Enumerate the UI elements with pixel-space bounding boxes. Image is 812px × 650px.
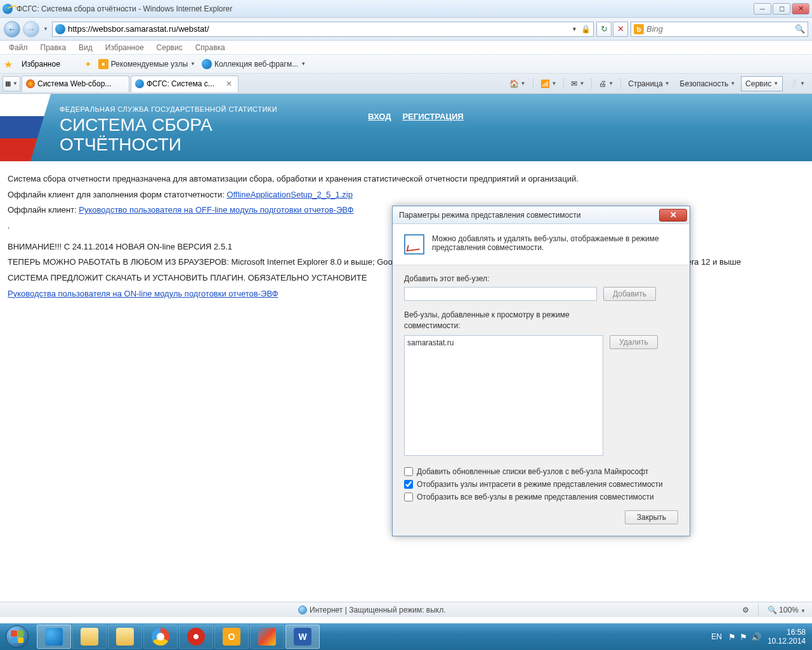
ie-logo-icon [3,4,13,14]
tools-menu[interactable]: Сервис▼ [741,76,783,91]
window-titlebar: ФСГС: Система сбора отчётности - Windows… [0,0,812,18]
lock-icon[interactable]: 🔒 [581,25,591,34]
language-indicator[interactable]: EN [711,632,722,641]
chk-ms-lists[interactable]: Добавить обновленные списки веб-узлов с … [404,467,678,476]
taskbar-chrome[interactable] [143,625,178,649]
delete-site-button[interactable]: Удалить [610,335,658,349]
chk-intranet[interactable]: Отобразить узлы интрасети в режиме предс… [404,480,678,489]
menu-bar: Файл Правка Вид Избранное Сервис Справка [0,41,812,55]
clock[interactable]: 16:58 10.12.2014 [768,628,806,646]
tab2-icon [135,79,144,88]
favorites-label[interactable]: Избранное [22,60,60,69]
refresh-button[interactable]: ↻ [596,22,612,37]
intro-paragraph: Система сбора отчетности предназначена д… [8,171,804,187]
url-text: https://websbor.samarastat.ru/webstat/ [68,24,209,34]
taskbar: O W EN ⚑ ⚑ 🔊 16:58 10.12.2014 [0,623,812,650]
maximize-button[interactable]: ◻ [773,3,790,15]
site-icon [55,24,65,34]
menu-file[interactable]: Файл [4,42,33,53]
page-menu[interactable]: Страница▼ [624,76,674,91]
dialog-title: Параметры режима представления совместим… [399,211,580,220]
quick-tabs-button[interactable]: ▦▼ [3,76,20,91]
system-tray: EN ⚑ ⚑ 🔊 16:58 10.12.2014 [711,628,812,646]
taskbar-explorer[interactable] [72,625,107,649]
taskbar-opera[interactable] [179,625,213,649]
tab-1[interactable]: Система Web-сбор... [22,76,129,92]
forward-button[interactable]: → [23,21,39,37]
safety-menu[interactable]: Безопасность▼ [676,76,740,91]
add-favorite-icon[interactable]: ✦ [84,59,92,69]
offline-setup-link[interactable]: OfflineApplicationSetup_2_5_1.zip [226,190,353,199]
taskbar-outlook[interactable]: O [214,625,249,649]
menu-tools[interactable]: Сервис [152,42,188,53]
search-box[interactable]: b 🔍 [631,22,808,37]
register-link[interactable]: РЕГИСТРАЦИЯ [402,112,463,121]
login-link[interactable]: ВХОД [368,112,391,121]
add-site-input[interactable] [404,287,597,301]
compat-view-dialog: Параметры режима представления совместим… [392,206,690,536]
minimize-button[interactable]: ─ [754,3,771,15]
chk-all-sites[interactable]: Отобразить все веб-узлы в режиме предста… [404,493,678,501]
compat-icon [404,234,424,255]
tab1-icon [26,79,35,88]
menu-edit[interactable]: Правка [36,42,72,53]
tray-flag-icon[interactable]: ⚑ [728,632,736,642]
tray-action-icon[interactable]: ⚑ [740,632,747,642]
list-label: Веб-узлы, добавленные к просмотру в режи… [404,310,594,331]
close-window-button[interactable]: ✕ [792,3,809,15]
recommended-sites-link[interactable]: ● Рекомендуемые узлы ▼ [98,59,195,69]
tabs-row: ▦▼ Система Web-сбор... ФСГС: Система с..… [0,74,812,94]
tab-close-button[interactable]: ✕ [224,79,234,88]
recommended-icon: ● [98,59,108,69]
dialog-close-button[interactable]: ✕ [659,209,687,222]
offline-manual-link[interactable]: Руководство пользователя на OFF-line мод… [79,205,353,215]
stop-button[interactable]: ✕ [613,22,628,37]
protected-mode-icon[interactable]: ⚙ [742,606,749,614]
taskbar-word[interactable]: W [285,625,320,649]
tab-2[interactable]: ФСГС: Система с... ✕ [131,76,239,92]
dialog-titlebar[interactable]: Параметры режима представления совместим… [393,206,690,224]
help-button[interactable]: ❔▼ [784,76,809,91]
print-button[interactable]: 🖨▼ [594,76,618,91]
web-slices-link[interactable]: Коллекция веб-фрагм... ▼ [202,59,306,69]
taskbar-folder[interactable] [108,625,142,649]
menu-view[interactable]: Вид [74,42,98,53]
status-text: Интернет | Защищенный режим: выкл. [310,606,446,614]
history-dropdown[interactable]: ▼ [42,23,49,36]
taskbar-paint[interactable] [250,625,284,649]
address-dropdown[interactable]: ▼ [572,26,577,32]
menu-help[interactable]: Справка [190,42,230,53]
search-input[interactable] [646,24,792,34]
favorites-star-icon[interactable]: ★ [4,58,15,70]
list-item[interactable]: samarastat.ru [407,338,600,347]
back-button[interactable]: ← [4,21,20,37]
sites-listbox[interactable]: samarastat.ru [404,335,603,456]
feeds-button[interactable]: 📶▼ [536,76,561,91]
window-title: ФСГС: Система сбора отчётности - Windows… [16,4,232,13]
online-manual-link[interactable]: Руководства пользователя на ON-line моду… [8,289,278,298]
dialog-info: Можно добавлять и удалять веб-узлы, отоб… [393,224,690,265]
search-button[interactable]: 🔍 [795,24,805,34]
tray-speaker-icon[interactable]: 🔊 [751,632,761,642]
address-bar[interactable]: https://websbor.samarastat.ru/webstat/ ▼… [52,22,594,37]
zoom-control[interactable]: 🔍 100% ▼ [768,606,806,614]
start-button[interactable] [0,623,34,650]
mail-button[interactable]: ✉▼ [566,76,589,91]
internet-zone-icon [298,606,307,614]
site-banner: ФЕДЕРАЛЬНАЯ СЛУЖБА ГОСУДАРСТВЕННОЙ СТАТИ… [0,94,812,161]
favorites-bar: ★ Избранное ✦ ● Рекомендуемые узлы ▼ Кол… [0,55,812,74]
webslice-icon [202,59,212,69]
dialog-close-btn[interactable]: Закрыть [625,510,678,524]
add-site-label: Добавить этот веб-узел: [404,274,678,283]
bing-icon: b [634,24,644,34]
status-bar: Интернет | Защищенный режим: выкл. ⚙ 🔍 1… [0,602,812,617]
banner-title: СИСТЕМА СБОРА ОТЧЁТНОСТИ [60,116,812,155]
navigation-bar: ← → ▼ https://websbor.samarastat.ru/webs… [0,18,812,41]
home-button[interactable]: 🏠▼ [505,76,530,91]
add-site-button[interactable]: Добавить [603,287,656,301]
menu-favorites[interactable]: Избранное [100,42,149,53]
taskbar-ie[interactable] [37,625,71,649]
